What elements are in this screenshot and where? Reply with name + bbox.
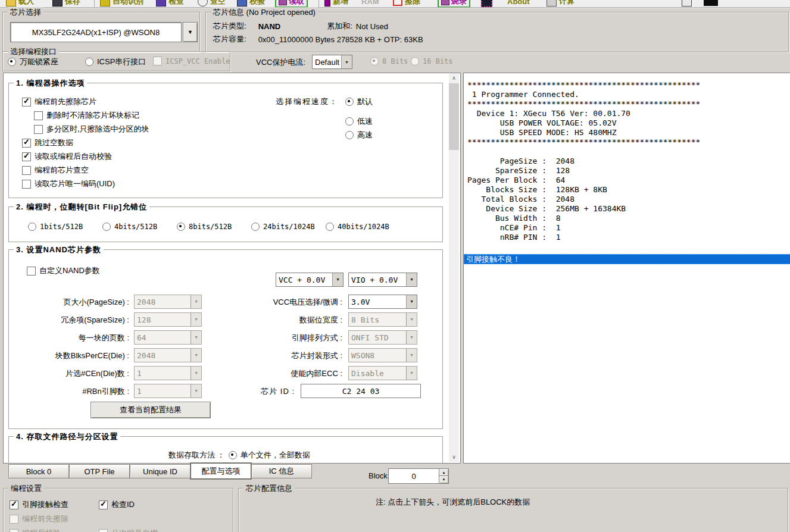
options-scrollbar[interactable]: ∧ ∨ <box>449 73 459 462</box>
program-settings-title: 编程设置 <box>8 483 44 494</box>
chip-select-value[interactable]: MX35LF2G24AD(x1+ISP) @WSON8 <box>10 22 182 42</box>
scroll-up-icon[interactable]: ∧ <box>449 73 459 83</box>
pin-contact-check-checkbox[interactable]: 引脚接触检查 <box>10 499 68 510</box>
radio-icon <box>177 223 185 231</box>
tab-otp-file[interactable]: OTP File <box>69 464 130 478</box>
block-spinner: ▲ ▼ <box>439 468 448 483</box>
power-icon <box>704 0 718 6</box>
radio-icon <box>345 131 354 139</box>
skip-blank-data-checkbox[interactable]: 跳过空数据 <box>22 137 73 148</box>
erase-selected-partition-checkbox[interactable]: 多分区时,只擦除选中分区的块 <box>34 124 149 134</box>
vcc-voltage-combo[interactable]: 3.0V▼ <box>348 295 417 309</box>
section3-title: 3. 设置NAND芯片参数 <box>14 245 104 255</box>
vcc-protect-combo[interactable]: Default▼ <box>312 55 352 69</box>
program-chip-icon <box>441 0 449 5</box>
section1-group: 1. 编程器操作选项 编程前先擦除芯片 删除时不清除芯片坏块标记 多分区时,只擦… <box>8 83 443 198</box>
auto-verify-checkbox[interactable]: 读取或编程后自动校验 <box>22 151 112 162</box>
vcc-offset-combo[interactable]: VCC + 0.0V▼ <box>276 273 344 287</box>
section4-title: 4. 存取文件路径与分区设置 <box>14 431 120 442</box>
toolbar-divider <box>0 7 790 8</box>
custom-nand-checkbox[interactable]: 自定义NAND参数 <box>27 265 100 276</box>
scroll-down-icon[interactable]: ∨ <box>449 452 459 462</box>
verify-after-checkbox: 编程后校验 <box>10 528 61 532</box>
flag-icon <box>324 0 330 7</box>
vio-offset-combo[interactable]: VIO + 0.0V▼ <box>348 273 417 287</box>
spin-down-icon[interactable]: ▼ <box>439 475 449 484</box>
magnifier-icon <box>198 0 208 7</box>
checkbox-icon <box>22 180 31 189</box>
bitflip-8bits-radio[interactable]: 8bits/512B <box>177 223 232 231</box>
checkbox-icon <box>22 139 31 148</box>
radio-icon <box>251 223 260 231</box>
vcc-voltage-label: VCC电压选择/微调 : <box>158 297 342 308</box>
xgpro-t56-window: { "toolbar": { "items": [ {"label":"载入"}… <box>0 0 790 532</box>
open-folder-icon <box>6 0 16 7</box>
section2-title: 2. 编程时，位翻转[Bit Flip]允错位 <box>14 202 149 212</box>
radio-icon <box>326 223 334 231</box>
tab-config-options[interactable]: 配置与选项 <box>191 463 251 479</box>
checksum-label: 累加和: <box>327 21 352 32</box>
radio-icon <box>411 57 419 65</box>
bitflip-4bits-radio[interactable]: 4bits/512B <box>102 223 157 231</box>
package-label: 芯片封装形式 : <box>158 351 342 361</box>
section2-group: 2. 编程时，位翻转[Bit Flip]允错位 1bits/512B 4bits… <box>8 206 443 242</box>
bitflip-1bits-radio[interactable]: 1bits/512B <box>28 223 83 231</box>
chevron-down-icon: ▼ <box>332 273 343 286</box>
bitflip-24bits-radio[interactable]: 24bits/1024B <box>251 223 315 231</box>
pin-layout-label: 引脚排列方式 : <box>158 333 342 343</box>
socket-radio[interactable]: 万能锁紧座 <box>8 57 58 67</box>
radio-icon <box>85 58 93 66</box>
icsp-radio[interactable]: ICSP串行接口 <box>85 57 146 67</box>
tab-block0[interactable]: Block 0 <box>8 464 69 478</box>
checkbox-icon <box>153 57 162 65</box>
checkbox-icon <box>22 166 31 175</box>
radio-icon <box>345 98 354 106</box>
block-label: Block: <box>369 471 389 480</box>
read-uid-checkbox[interactable]: 读取芯片唯一编码(UID) <box>22 179 115 189</box>
block-number-input[interactable]: 0 <box>388 468 439 484</box>
floppy-icon <box>52 0 63 7</box>
speed-low-radio[interactable]: 低速 <box>345 116 373 127</box>
vcc-protect-label: VCC保护电流: <box>256 57 305 68</box>
speed-default-radio[interactable]: 默认 <box>345 96 373 107</box>
data-access-method-value: 单个文件，全部数据 <box>241 450 310 461</box>
checkbox-icon <box>10 515 18 524</box>
toolbar-separator <box>319 0 319 7</box>
radio-icon[interactable] <box>229 451 237 459</box>
view-config-button[interactable]: 查看当前配置结果 <box>90 402 211 418</box>
blank-check-before-program-checkbox[interactable]: 编程前芯片查空 <box>22 165 89 176</box>
options-panel: 1. 编程器操作选项 编程前先擦除芯片 删除时不清除芯片坏块标记 多分区时,只擦… <box>3 73 461 464</box>
calculator-icon <box>547 0 557 7</box>
tab-unique-id[interactable]: Unique ID <box>130 464 191 478</box>
keep-badblock-mark-checkbox[interactable]: 删除时不清除芯片坏块标记 <box>34 110 139 121</box>
radio-icon <box>370 57 379 65</box>
read-chip-icon <box>279 0 287 5</box>
data-access-method-row: 数据存取方法 ： 单个文件，全部数据 <box>168 450 310 461</box>
program-settings-group: 编程设置 引脚接触检查 检查ID 编程前先擦除 编程后校验 分次编号自增 <box>3 488 233 532</box>
bitflip-40bits-radio[interactable]: 40bits/1024B <box>326 223 389 231</box>
pointer-icon <box>682 0 692 7</box>
check-id-checkbox[interactable]: 检查ID <box>99 499 135 510</box>
chip-id-field[interactable]: C2 24 03 <box>301 384 421 398</box>
scrollbar-thumb[interactable] <box>449 83 459 150</box>
chip-info-title: 芯片信息 (No Project opened) <box>211 7 318 18</box>
checkbox-icon <box>22 152 31 161</box>
chip-select-dropdown-button[interactable]: ▼ <box>183 22 198 42</box>
chip-capacity-label: 芯片容量: <box>213 34 246 45</box>
pin-contact-error-line[interactable]: 引脚接触不良！ <box>464 254 790 264</box>
speed-high-radio[interactable]: 高速 <box>345 130 373 140</box>
log-text: ****************************************… <box>464 73 790 242</box>
chip-type-row: 芯片类型: NAND 累加和: Not Used <box>213 21 388 32</box>
erase-before-program-checkbox[interactable]: 编程前先擦除芯片 <box>22 96 96 107</box>
chevron-down-icon: ▼ <box>406 331 417 344</box>
chip-info-group: 芯片信息 (No Project opened) 芯片类型: NAND 累加和:… <box>205 12 789 52</box>
chip-config-info-group: 芯片配置信息 注: 点击上下箭头，可浏览前后BLOCK的数据 <box>238 488 788 532</box>
chip-id-label: 芯片 ID : <box>158 386 295 397</box>
chevron-down-icon: ▼ <box>188 29 193 35</box>
internal-ecc-label: 使能内部ECC : <box>158 368 342 379</box>
chip-icon <box>481 0 492 7</box>
tab-ic-info[interactable]: IC 信息 <box>251 464 312 478</box>
bits16-radio: 16 Bits <box>411 57 453 65</box>
radio-icon <box>28 223 36 231</box>
chevron-down-icon: ▼ <box>406 367 417 380</box>
